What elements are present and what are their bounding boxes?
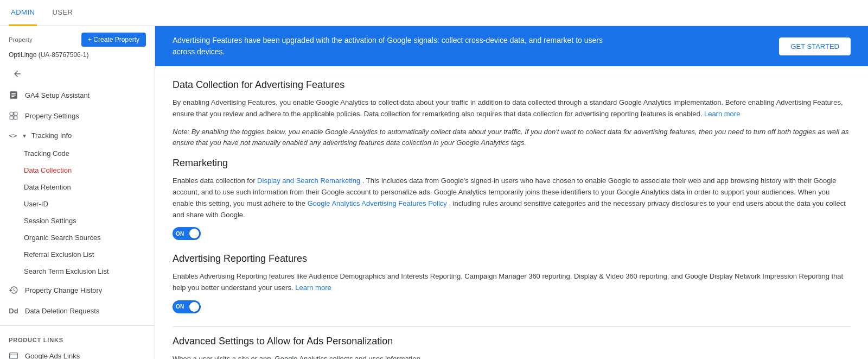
main-content: Advertising Features have been upgraded … <box>155 26 868 359</box>
advertising-reporting-body: Enables Advertising Reporting features l… <box>173 271 851 294</box>
tracking-info-arrow-icon: ▾ <box>23 132 26 140</box>
property-change-history-icon <box>9 285 18 295</box>
banner-text: Advertising Features have been upgraded … <box>173 35 607 58</box>
ga4-setup-icon <box>9 90 18 100</box>
sidebar-item-property-change-history[interactable]: Property Change History <box>0 280 155 300</box>
submenu-item-referral-exclusion-list[interactable]: Referral Exclusion List <box>0 246 155 263</box>
remarketing-toggle-container: ON <box>173 227 851 240</box>
main-layout: Property + Create Property OptiLingo (UA… <box>0 26 868 359</box>
banner: Advertising Features have been upgraded … <box>155 26 868 66</box>
property-change-history-label: Property Change History <box>25 286 102 294</box>
data-deletion-icon: Dd <box>9 306 18 316</box>
data-deletion-label: Data Deletion Requests <box>25 307 99 315</box>
property-section: Property + Create Property <box>0 26 155 51</box>
note-text: Note: By enabling the toggles below, you… <box>173 127 851 149</box>
sidebar-item-google-ads-links[interactable]: Google Ads Links <box>0 345 155 359</box>
advertising-reporting-title: Advertising Reporting Features <box>173 253 851 264</box>
svg-rect-4 <box>10 353 18 359</box>
content-divider <box>173 326 851 327</box>
svg-rect-3 <box>14 116 17 119</box>
submenu-item-search-term-exclusion-list[interactable]: Search Term Exclusion List <box>0 263 155 280</box>
advertising-reporting-toggle-label: ON <box>176 304 184 310</box>
sidebar-divider <box>0 325 155 326</box>
sidebar-item-property-settings[interactable]: Property Settings <box>0 105 155 126</box>
learn-more-link-2[interactable]: Learn more <box>295 284 331 292</box>
sidebar-item-tracking-info[interactable]: <> ▾ Tracking Info <box>0 126 155 145</box>
submenu-item-organic-search-sources[interactable]: Organic Search Sources <box>0 229 155 246</box>
submenu-item-tracking-code[interactable]: Tracking Code <box>0 145 155 162</box>
tracking-submenu: Tracking Code Data Collection Data Reten… <box>0 145 155 280</box>
sidebar-item-ga4-setup[interactable]: GA4 Setup Assistant <box>0 85 155 105</box>
content-area: Data Collection for Advertising Features… <box>155 66 868 359</box>
property-settings-icon <box>9 111 18 121</box>
tab-admin[interactable]: ADMIN <box>9 0 37 26</box>
property-name: OptiLingo (UA-85767506-1) <box>0 51 155 63</box>
get-started-button[interactable]: GET STARTED <box>779 37 851 55</box>
remarketing-toggle-label: ON <box>176 231 184 237</box>
submenu-item-data-retention[interactable]: Data Retention <box>0 179 155 196</box>
product-links-section-label: PRODUCT LINKS <box>0 330 155 345</box>
tracking-info-icon: <> <box>9 131 17 140</box>
tracking-info-label: Tracking Info <box>31 131 72 140</box>
submenu-item-data-collection[interactable]: Data Collection <box>0 162 155 179</box>
ga4-setup-label: GA4 Setup Assistant <box>25 91 90 99</box>
sidebar: Property + Create Property OptiLingo (UA… <box>0 26 155 359</box>
advanced-settings-title: Advanced Settings to Allow for Ads Perso… <box>173 336 851 347</box>
submenu-item-session-settings[interactable]: Session Settings <box>0 212 155 229</box>
create-property-button[interactable]: + Create Property <box>81 33 146 47</box>
remarketing-body: Enables data collection for Display and … <box>173 175 851 221</box>
sidebar-item-data-deletion[interactable]: Dd Data Deletion Requests <box>0 300 155 321</box>
advertising-reporting-toggle[interactable]: ON <box>173 300 201 313</box>
property-settings-label: Property Settings <box>25 112 79 120</box>
google-ads-links-label: Google Ads Links <box>25 352 80 360</box>
top-nav: ADMIN USER <box>0 0 868 26</box>
svg-rect-1 <box>14 112 17 115</box>
svg-rect-0 <box>10 112 13 115</box>
tab-user[interactable]: USER <box>50 0 75 26</box>
data-collection-body: By enabling Advertising Features, you en… <box>173 97 851 120</box>
submenu-item-user-id[interactable]: User-ID <box>0 196 155 212</box>
display-search-remarketing-link[interactable]: Display and Search Remarketing <box>257 177 360 185</box>
advanced-settings-body: When a user visits a site or app, Google… <box>173 354 851 359</box>
remarketing-toggle-knob <box>189 229 199 238</box>
back-button[interactable] <box>9 65 26 83</box>
svg-rect-2 <box>10 116 13 119</box>
remarketing-toggle[interactable]: ON <box>173 227 201 240</box>
advertising-reporting-toggle-knob <box>189 302 199 312</box>
google-ads-icon <box>9 351 18 359</box>
learn-more-link-1[interactable]: Learn more <box>704 110 740 118</box>
advertising-policy-link[interactable]: Google Analytics Advertising Features Po… <box>308 199 447 207</box>
data-collection-title: Data Collection for Advertising Features <box>173 79 851 91</box>
advertising-reporting-toggle-container: ON <box>173 300 851 313</box>
property-label: Property <box>9 36 33 43</box>
remarketing-title: Remarketing <box>173 158 851 169</box>
